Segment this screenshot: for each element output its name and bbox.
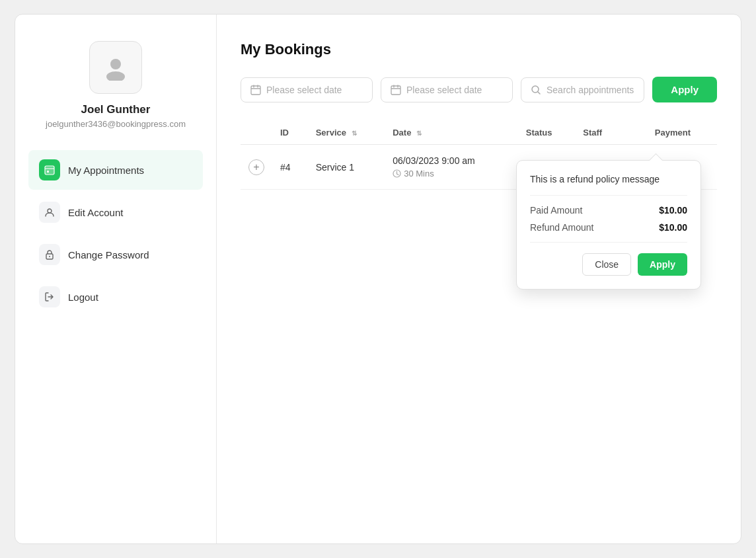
col-status: Status <box>518 121 575 145</box>
svg-point-0 <box>110 59 121 69</box>
main-content: My Bookings Please select date <box>217 15 741 543</box>
refund-divider-bottom <box>530 242 687 243</box>
sidebar-item-logout[interactable]: Logout <box>28 277 203 317</box>
expand-button[interactable]: + <box>248 159 264 175</box>
svg-point-5 <box>48 209 52 213</box>
user-name: Joel Gunther <box>81 103 151 116</box>
paid-label: Paid Amount <box>530 205 582 216</box>
sidebar-item-change-password[interactable]: Change Password <box>28 235 203 274</box>
svg-rect-12 <box>391 86 400 95</box>
expand-cell: + <box>241 145 272 190</box>
refund-policy-message: This is a refund policy message <box>530 174 687 184</box>
svg-line-20 <box>397 174 399 175</box>
sidebar-item-my-appointments[interactable]: My Appointments <box>28 150 203 190</box>
appointment-date: 06/03/2023 9:00 am <box>393 155 510 166</box>
svg-point-7 <box>49 256 50 257</box>
appointments-icon <box>39 159 60 180</box>
refund-label: Refund Amount <box>530 222 594 233</box>
sidebar: Joel Gunther joelgunther3436@bookingpres… <box>15 15 217 543</box>
logout-icon <box>39 286 60 307</box>
col-id: ID <box>272 121 308 145</box>
date-to-input[interactable]: Please select date <box>381 77 513 102</box>
svg-rect-8 <box>251 86 260 95</box>
sidebar-item-label: Logout <box>68 292 98 303</box>
col-expand <box>241 121 272 145</box>
lock-icon <box>39 244 60 265</box>
refund-amount-row: Refund Amount $10.00 <box>530 222 687 233</box>
col-service: Service ⇅ <box>308 121 385 145</box>
refund-actions: Close Apply <box>530 253 687 276</box>
appointment-duration: 30 Mins <box>393 169 510 179</box>
page-title: My Bookings <box>241 41 717 58</box>
paid-amount-row: Paid Amount $10.00 <box>530 205 687 216</box>
search-placeholder: Search appointments <box>547 85 634 95</box>
user-email: joelgunther3436@bookingpress.com <box>46 119 186 129</box>
edit-account-icon <box>39 202 60 223</box>
service-sort-icon[interactable]: ⇅ <box>352 130 357 137</box>
refund-apply-button[interactable]: Apply <box>638 253 687 276</box>
sidebar-item-label: My Appointments <box>68 165 144 176</box>
sidebar-item-label: Change Password <box>68 249 149 260</box>
refund-popup: This is a refund policy message Paid Amo… <box>516 160 701 290</box>
service-cell: Service 1 <box>308 145 385 190</box>
app-container: Joel Gunther joelgunther3436@bookingpres… <box>15 14 741 544</box>
svg-line-17 <box>538 92 540 94</box>
date-sort-icon[interactable]: ⇅ <box>416 130 422 137</box>
avatar <box>89 41 142 94</box>
search-input-wrapper[interactable]: Search appointments <box>521 77 644 102</box>
svg-rect-2 <box>45 166 54 175</box>
date-from-input[interactable]: Please select date <box>241 77 373 102</box>
col-payment: Payment <box>647 121 717 145</box>
refund-divider <box>530 195 687 196</box>
nav-menu: My Appointments Edit Account <box>28 150 203 319</box>
filter-apply-button[interactable]: Apply <box>652 77 717 102</box>
sidebar-item-label: Edit Account <box>68 207 123 218</box>
svg-point-1 <box>106 71 125 81</box>
date-to-placeholder: Please select date <box>406 85 482 95</box>
date-cell: 06/03/2023 9:00 am 30 Mins <box>385 145 518 190</box>
refund-close-button[interactable]: Close <box>582 253 631 276</box>
col-staff: Staff <box>575 121 647 145</box>
id-cell: #4 <box>272 145 308 190</box>
svg-rect-4 <box>47 171 49 173</box>
refund-value: $10.00 <box>659 222 687 233</box>
sidebar-item-edit-account[interactable]: Edit Account <box>28 192 203 232</box>
paid-value: $10.00 <box>659 205 687 216</box>
date-from-placeholder: Please select date <box>266 85 342 95</box>
col-date: Date ⇅ <box>385 121 518 145</box>
filter-bar: Please select date Please select date Se… <box>241 77 717 102</box>
